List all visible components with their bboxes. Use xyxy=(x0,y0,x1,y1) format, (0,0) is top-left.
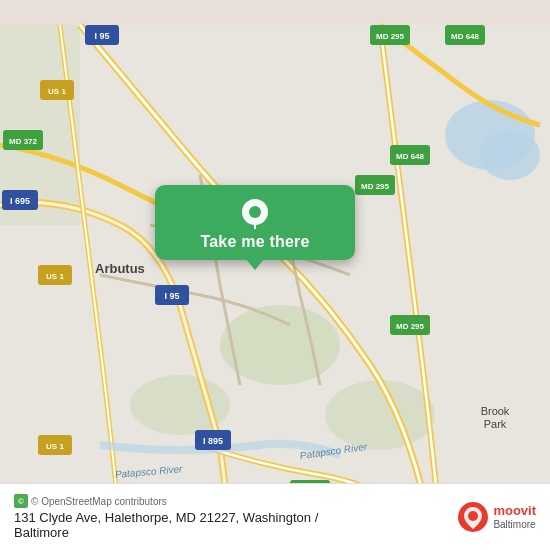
svg-text:I 895: I 895 xyxy=(203,436,223,446)
svg-text:US 1: US 1 xyxy=(48,87,66,96)
svg-rect-0 xyxy=(0,25,550,525)
svg-text:MD 295: MD 295 xyxy=(361,182,390,191)
svg-text:MD 372: MD 372 xyxy=(9,137,38,146)
svg-text:Brook: Brook xyxy=(481,405,510,417)
svg-text:US 1: US 1 xyxy=(46,272,64,281)
moovit-name: moovit xyxy=(493,504,536,518)
location-pin-icon xyxy=(242,199,268,231)
osm-credit-text: © OpenStreetMap contributors xyxy=(31,496,167,507)
moovit-icon-svg xyxy=(457,501,489,533)
svg-text:I 95: I 95 xyxy=(94,31,109,41)
popup-button-label: Take me there xyxy=(200,233,309,251)
svg-point-43 xyxy=(468,511,478,521)
map-svg: I 695 I 895 I 95 I 95 MD 295 MD 295 MD 2… xyxy=(0,0,550,550)
osm-credit: © © OpenStreetMap contributors xyxy=(14,494,318,508)
city-text: Baltimore xyxy=(14,525,69,540)
svg-point-41 xyxy=(249,206,261,218)
moovit-brand: moovit Baltimore xyxy=(493,504,536,529)
svg-text:MD 295: MD 295 xyxy=(376,32,405,41)
take-me-there-button[interactable]: Take me there xyxy=(155,185,355,260)
address-section: © © OpenStreetMap contributors 131 Clyde… xyxy=(14,494,318,540)
svg-text:Park: Park xyxy=(484,418,507,430)
address-line1: 131 Clyde Ave, Halethorpe, MD 21227, Was… xyxy=(14,510,318,540)
svg-point-2 xyxy=(480,130,540,180)
svg-text:US 1: US 1 xyxy=(46,442,64,451)
svg-text:I 95: I 95 xyxy=(164,291,179,301)
svg-text:MD 648: MD 648 xyxy=(451,32,480,41)
address-text: 131 Clyde Ave, Halethorpe, MD 21227, Was… xyxy=(14,510,318,525)
map-container: I 695 I 895 I 95 I 95 MD 295 MD 295 MD 2… xyxy=(0,0,550,550)
svg-text:MD 295: MD 295 xyxy=(396,322,425,331)
svg-text:I 695: I 695 xyxy=(10,196,30,206)
bottom-bar: © © OpenStreetMap contributors 131 Clyde… xyxy=(0,483,550,550)
svg-point-5 xyxy=(325,380,435,450)
svg-text:Arbutus: Arbutus xyxy=(95,261,145,276)
moovit-logo: moovit Baltimore xyxy=(457,501,536,533)
moovit-tagline: Baltimore xyxy=(493,519,536,530)
osm-logo: © xyxy=(14,494,28,508)
svg-text:MD 648: MD 648 xyxy=(396,152,425,161)
